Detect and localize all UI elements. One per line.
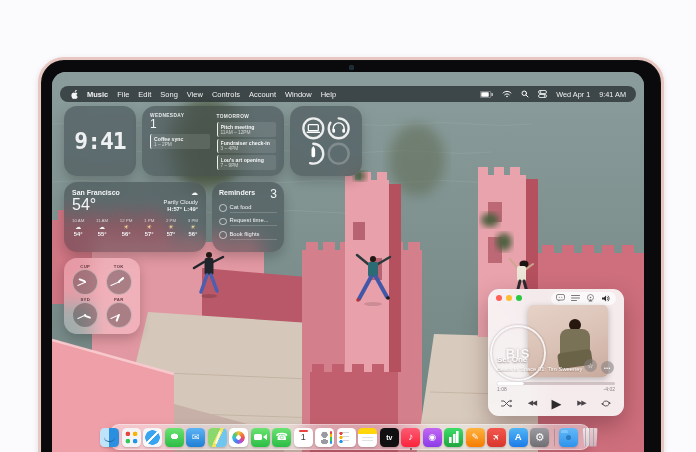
minimize-button[interactable] — [506, 295, 512, 301]
calendar-event[interactable]: Coffee sync 1 – 2PM — [150, 134, 210, 149]
calendar-widget[interactable]: WEDNESDAY 1 Coffee sync 1 – 2PM TOMORROW… — [142, 106, 284, 176]
apps-launchpad-icon[interactable] — [122, 428, 141, 447]
dock-divider — [554, 429, 555, 446]
numbers-app-icon[interactable] — [444, 428, 463, 447]
checkbox-circle-icon[interactable] — [219, 231, 227, 239]
photos-app-icon[interactable] — [229, 428, 248, 447]
app-store-icon[interactable]: A — [509, 428, 528, 447]
pencil-icon — [312, 146, 316, 157]
contacts-app-icon[interactable] — [315, 428, 334, 447]
safari-app-icon[interactable] — [143, 428, 162, 447]
hour-temp: 54° — [74, 231, 83, 237]
hour-temp: 56° — [188, 231, 197, 237]
menu-edit[interactable]: Edit — [138, 90, 151, 99]
weather-high-low: H:57° L:49° — [164, 206, 198, 213]
calendar-tomorrow-label: TOMORROW — [217, 114, 277, 119]
battery-rings — [297, 112, 355, 170]
music-mini-player-window[interactable]: B|S Set One Beats In Space 01: Tim Sween… — [488, 289, 624, 416]
calendar-day-number: 1 — [150, 118, 210, 131]
hour-temp: 57° — [145, 231, 154, 237]
apple-tv-app-icon[interactable]: tv — [380, 428, 399, 447]
notes-app-icon[interactable] — [358, 428, 377, 447]
reminders-title: Reminders — [219, 189, 255, 196]
reminder-label: Request time... — [230, 217, 278, 226]
weather-condition: Partly Cloudy — [164, 199, 198, 206]
hour-label: 1 PM — [144, 218, 154, 223]
messages-app-icon[interactable] — [165, 428, 184, 447]
reminder-item[interactable]: Book flights — [219, 231, 277, 240]
menu-window[interactable]: Window — [285, 90, 312, 99]
airplay-icon[interactable] — [586, 294, 595, 302]
menu-account[interactable]: Account — [249, 90, 276, 99]
cloud-icon: ☁ — [75, 224, 81, 230]
search-icon[interactable] — [521, 90, 529, 98]
weather-city: San Francisco — [72, 189, 120, 196]
calendar-day-label: WEDNESDAY — [150, 113, 210, 118]
sun-icon: ☀ — [190, 224, 195, 230]
ipad-device-frame: Music File Edit Song View Controls Accou… — [38, 57, 664, 452]
menu-controls[interactable]: Controls — [212, 90, 240, 99]
laptop-icon — [307, 125, 321, 133]
menu-bar: Music File Edit Song View Controls Accou… — [60, 86, 636, 102]
menu-time[interactable]: 9:41 AM — [599, 90, 626, 99]
maps-app-icon[interactable] — [208, 428, 227, 447]
reminders-count-badge: 3 — [270, 189, 277, 199]
favorite-star-button[interactable]: ☆ — [584, 359, 597, 372]
more-options-button[interactable]: ••• — [601, 361, 614, 374]
hour-temp: 57° — [167, 231, 176, 237]
volume-icon[interactable] — [601, 294, 611, 303]
reminder-item[interactable]: Cat food — [219, 204, 277, 213]
next-track-button[interactable]: ▶▶ — [577, 399, 585, 407]
calendar-app-icon[interactable]: 1 — [294, 428, 313, 447]
shuffle-icon[interactable] — [501, 399, 512, 408]
clock-widget[interactable]: 9:41 — [64, 106, 136, 176]
close-button[interactable] — [496, 295, 502, 301]
apple-menu-icon[interactable] — [70, 90, 78, 99]
world-clock-widget[interactable]: CUP TOK SYD PAR — [64, 258, 140, 334]
control-center-icon[interactable] — [538, 90, 547, 98]
repeat-icon[interactable] — [601, 399, 611, 408]
finder-app-icon[interactable] — [100, 428, 119, 447]
track-subtitle: Beats In Space 01: Tim Sweeney — [497, 366, 583, 372]
analog-clock-face — [106, 269, 132, 295]
play-button[interactable]: ▶ — [552, 396, 562, 411]
batteries-widget[interactable] — [290, 106, 362, 176]
checkbox-circle-icon[interactable] — [219, 204, 227, 212]
reminders-widget[interactable]: Reminders 3 Cat food Request time... Boo… — [212, 182, 284, 252]
previous-track-button[interactable]: ◀◀ — [528, 399, 536, 407]
settings-app-icon[interactable]: ⚙ — [530, 428, 549, 447]
hour-temp: 56° — [122, 231, 131, 237]
music-app-icon[interactable]: ♪ — [401, 428, 420, 447]
pages-app-icon[interactable]: ✎ — [466, 428, 485, 447]
battery-icon[interactable] — [480, 91, 493, 98]
screen: Music File Edit Song View Controls Accou… — [52, 72, 644, 452]
reminder-item[interactable]: Request time... — [219, 217, 277, 226]
queue-icon[interactable] — [571, 294, 580, 302]
reminders-app-icon[interactable] — [337, 428, 356, 447]
facetime-app-icon[interactable] — [251, 428, 270, 447]
lyrics-icon[interactable] — [556, 294, 565, 302]
rocket-app-icon[interactable]: ✈ — [487, 428, 506, 447]
checkbox-circle-icon[interactable] — [219, 218, 227, 226]
calendar-event[interactable]: Lou's art opening 7 – 9PM — [217, 155, 277, 170]
wifi-icon[interactable] — [502, 90, 512, 98]
menu-help[interactable]: Help — [321, 90, 336, 99]
progress-fill — [497, 382, 524, 385]
podcasts-app-icon[interactable]: ◉ — [423, 428, 442, 447]
weather-widget[interactable]: San Francisco ☁ 54° Partly Cloudy H:57° … — [64, 182, 206, 252]
menu-view[interactable]: View — [187, 90, 203, 99]
zoom-button[interactable] — [516, 295, 522, 301]
event-time: 7 – 9PM — [221, 163, 274, 169]
downloads-folder-icon[interactable] — [559, 428, 578, 447]
analog-clock-face — [72, 269, 98, 295]
mail-app-icon[interactable]: ✉ — [186, 428, 205, 447]
calendar-event[interactable]: Fundraiser check-in 3 – 4PM — [217, 139, 277, 154]
progress-bar[interactable] — [497, 382, 615, 385]
playback-controls: ◀◀ ▶ ▶▶ — [488, 392, 624, 414]
menu-music[interactable]: Music — [87, 90, 108, 99]
menu-song[interactable]: Song — [160, 90, 178, 99]
phone-app-icon[interactable]: ☎ — [272, 428, 291, 447]
menu-file[interactable]: File — [117, 90, 129, 99]
menu-date[interactable]: Wed Apr 1 — [556, 90, 590, 99]
calendar-event[interactable]: Pitch meeting 11AM – 12PM — [217, 122, 277, 137]
